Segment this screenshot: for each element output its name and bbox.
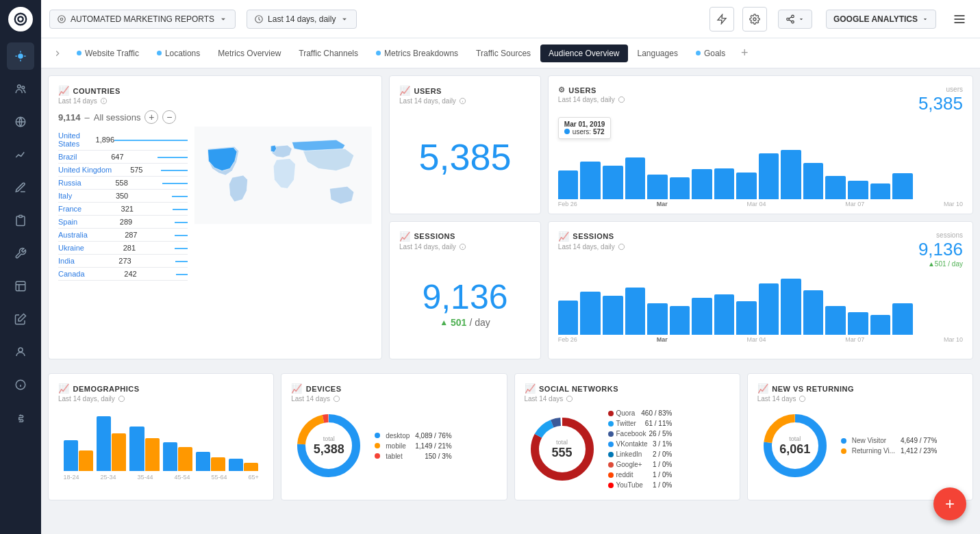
social-value: 3 / 1%: [653, 440, 672, 448]
sidebar-icon-user[interactable]: [7, 338, 34, 366]
sidebar-icon-globe[interactable]: [7, 108, 34, 136]
bar-orange[interactable]: [112, 433, 126, 471]
bar-blue[interactable]: [97, 416, 111, 471]
bar[interactable]: [670, 306, 690, 335]
country-name[interactable]: India: [58, 257, 75, 265]
fab-add-btn[interactable]: +: [933, 487, 966, 520]
country-name[interactable]: France: [58, 205, 81, 213]
nav-back-btn[interactable]: [48, 44, 67, 63]
bar-orange[interactable]: [178, 447, 192, 471]
bar-orange[interactable]: [211, 457, 225, 471]
country-name[interactable]: Russia: [58, 179, 81, 187]
tab-locations[interactable]: Locations: [149, 44, 208, 62]
bar[interactable]: [603, 166, 623, 199]
tab-audience-overview[interactable]: Audience Overview: [540, 44, 627, 62]
bar[interactable]: [603, 296, 623, 335]
bar[interactable]: [781, 279, 801, 335]
country-name[interactable]: United Kingdom: [58, 166, 112, 174]
bar[interactable]: [870, 315, 891, 335]
sidebar-icon-pen[interactable]: [7, 305, 34, 333]
sidebar-icon-edit[interactable]: [7, 174, 34, 201]
bar[interactable]: [692, 298, 712, 335]
bar[interactable]: [670, 177, 690, 199]
bar[interactable]: [736, 301, 757, 335]
bar-blue[interactable]: [229, 459, 243, 471]
age-label: 18-24: [63, 474, 79, 481]
ga-selector[interactable]: GOOGLE ANALYTICS: [826, 10, 936, 29]
sidebar-icon-info[interactable]: [7, 371, 34, 398]
bar[interactable]: [825, 306, 846, 335]
sessions-per-day: ▲ 501 / day: [440, 317, 490, 328]
sidebar-icon-bitcoin[interactable]: [7, 404, 34, 431]
legend-values: 4,089 / 76%: [415, 432, 451, 440]
logo[interactable]: [8, 7, 33, 31]
bar[interactable]: [825, 176, 846, 199]
report-selector[interactable]: AUTOMATED MARKETING REPORTS: [49, 10, 236, 29]
share-btn[interactable]: [778, 10, 812, 29]
tab-metrics-breakdowns[interactable]: Metrics Breakdowns: [368, 44, 466, 62]
bar[interactable]: [558, 301, 579, 335]
sidebar-icon-tools[interactable]: [7, 240, 34, 267]
flash-btn[interactable]: [709, 7, 734, 31]
sidebar-icon-building[interactable]: [7, 272, 34, 300]
bar[interactable]: [848, 312, 868, 335]
country-name[interactable]: Australia: [58, 231, 88, 239]
bar-blue[interactable]: [129, 427, 144, 471]
bar-orange[interactable]: [244, 463, 258, 471]
country-name[interactable]: Canada: [58, 270, 85, 278]
bar-orange[interactable]: [79, 450, 93, 471]
social-dot: [608, 431, 614, 437]
sidebar-icon-users[interactable]: [7, 75, 34, 103]
sidebar-icon-home[interactable]: [7, 42, 34, 70]
country-name[interactable]: Brazil: [58, 153, 77, 161]
bar[interactable]: [625, 288, 646, 335]
bar[interactable]: [803, 290, 824, 335]
age-label: 25-34: [100, 474, 116, 481]
bar[interactable]: [692, 169, 712, 199]
bar-blue[interactable]: [163, 442, 177, 471]
bar[interactable]: [759, 153, 779, 199]
countries-minus-btn[interactable]: −: [162, 110, 176, 124]
bar[interactable]: [803, 163, 824, 199]
countries-add-btn[interactable]: +: [145, 110, 158, 124]
tab-traffic-channels[interactable]: Traffic Channels: [290, 44, 366, 62]
returning-title: 📈 NEW VS RETURNING: [757, 383, 963, 394]
tab-traffic-sources[interactable]: Traffic Sources: [468, 44, 539, 62]
bar[interactable]: [647, 175, 668, 199]
bar[interactable]: [892, 173, 913, 199]
bar-blue[interactable]: [196, 452, 210, 471]
date-selector[interactable]: Last 14 days, daily: [247, 10, 357, 29]
nav-add-btn[interactable]: +: [735, 44, 754, 63]
bar[interactable]: [781, 150, 801, 199]
menu-btn[interactable]: [947, 7, 972, 31]
bar[interactable]: [870, 183, 891, 199]
settings-btn[interactable]: [742, 7, 767, 31]
bar[interactable]: [714, 168, 735, 199]
bar[interactable]: [625, 157, 646, 199]
tab-languages[interactable]: Languages: [629, 44, 686, 62]
tab-website-traffic[interactable]: Website Traffic: [68, 44, 147, 62]
tab-metrics-overview[interactable]: Metrics Overview: [210, 44, 289, 62]
country-name[interactable]: Italy: [58, 192, 72, 200]
bar[interactable]: [848, 181, 868, 199]
svg-point-0: [15, 14, 27, 25]
legend-values: 1,412 / 23%: [901, 447, 937, 455]
tab-goals[interactable]: Goals: [688, 44, 733, 62]
bar[interactable]: [736, 173, 757, 199]
bar[interactable]: [580, 292, 601, 335]
bar[interactable]: [714, 294, 735, 335]
bar[interactable]: [892, 303, 913, 335]
country-name[interactable]: United States: [58, 131, 96, 148]
bar[interactable]: [647, 303, 668, 335]
sidebar-icon-chart[interactable]: [7, 141, 34, 168]
country-name[interactable]: Ukraine: [58, 244, 84, 252]
bar[interactable]: [558, 170, 579, 199]
bar-blue[interactable]: [64, 440, 78, 471]
sidebar-icon-clipboard[interactable]: [7, 207, 34, 234]
sessions-metric-card: 📈 SESSIONS Last 14 days, daily 9,136 ▲ 5…: [389, 221, 541, 360]
bar-orange[interactable]: [145, 438, 160, 471]
bar[interactable]: [759, 283, 779, 335]
country-name[interactable]: Spain: [58, 218, 77, 226]
bar[interactable]: [580, 162, 601, 199]
social-name: YouTube: [616, 481, 650, 489]
